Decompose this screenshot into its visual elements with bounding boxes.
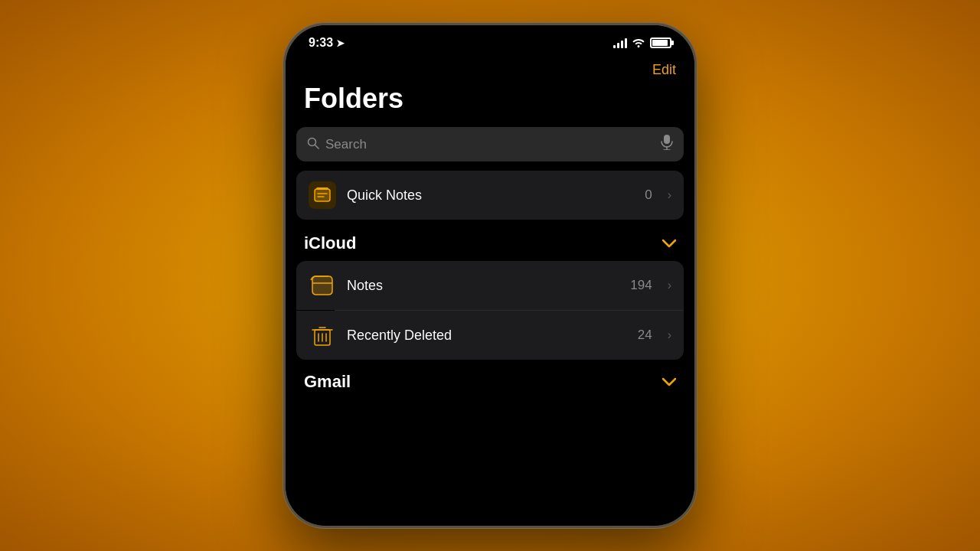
battery-fill xyxy=(652,40,668,46)
svg-rect-5 xyxy=(315,189,330,201)
signal-bar-4 xyxy=(625,38,627,48)
notes-count: 194 xyxy=(630,278,652,293)
top-bar: Edit xyxy=(286,56,694,78)
gmail-section-header: Gmail xyxy=(286,360,694,399)
time-display: 9:33 xyxy=(309,36,333,50)
recently-deleted-count: 24 xyxy=(638,328,652,343)
quick-notes-count: 0 xyxy=(645,187,652,203)
page-title: Folders xyxy=(286,78,694,127)
search-icon xyxy=(307,137,319,152)
wifi-icon xyxy=(632,37,645,50)
quick-notes-chevron: › xyxy=(668,188,671,202)
svg-rect-2 xyxy=(664,135,670,144)
battery-icon xyxy=(650,37,671,48)
app-content: Edit Folders Search xyxy=(286,56,694,517)
recently-deleted-chevron: › xyxy=(668,328,671,342)
phone-screen: 9:33 ➤ xyxy=(286,25,694,526)
signal-bar-3 xyxy=(621,41,623,48)
notes-label: Notes xyxy=(347,278,619,294)
svg-rect-7 xyxy=(316,187,328,190)
notes-folder-icon xyxy=(309,272,336,299)
icloud-title: iCloud xyxy=(304,233,356,253)
recently-deleted-item[interactable]: Recently Deleted 24 › xyxy=(296,311,684,360)
icloud-collapse-icon[interactable] xyxy=(662,236,676,252)
search-placeholder: Search xyxy=(325,137,655,152)
icloud-section-header: iCloud xyxy=(286,221,694,261)
notes-item[interactable]: Notes 194 › xyxy=(296,261,684,310)
quick-notes-item[interactable]: Quick Notes 0 › xyxy=(296,171,684,220)
edit-button[interactable]: Edit xyxy=(652,62,676,78)
phone-wrapper: 9:33 ➤ xyxy=(276,15,704,536)
recently-deleted-label: Recently Deleted xyxy=(347,328,627,344)
notes-chevron: › xyxy=(668,279,671,292)
phone-frame: 9:33 ➤ xyxy=(283,23,697,528)
gmail-title: Gmail xyxy=(304,372,351,392)
svg-line-1 xyxy=(315,145,319,148)
gmail-collapse-icon[interactable] xyxy=(662,374,676,390)
trash-icon-wrapper xyxy=(309,321,336,349)
navigation-icon: ➤ xyxy=(336,37,345,49)
signal-bars xyxy=(613,37,627,48)
status-icons xyxy=(613,37,671,50)
dynamic-island xyxy=(448,34,532,57)
search-bar[interactable]: Search xyxy=(296,127,684,161)
quick-notes-icon-wrapper xyxy=(309,181,336,209)
signal-bar-2 xyxy=(617,43,619,48)
microphone-icon[interactable] xyxy=(661,135,673,154)
status-time: 9:33 ➤ xyxy=(309,36,345,50)
signal-bar-1 xyxy=(613,45,616,48)
quick-notes-label: Quick Notes xyxy=(347,187,634,204)
